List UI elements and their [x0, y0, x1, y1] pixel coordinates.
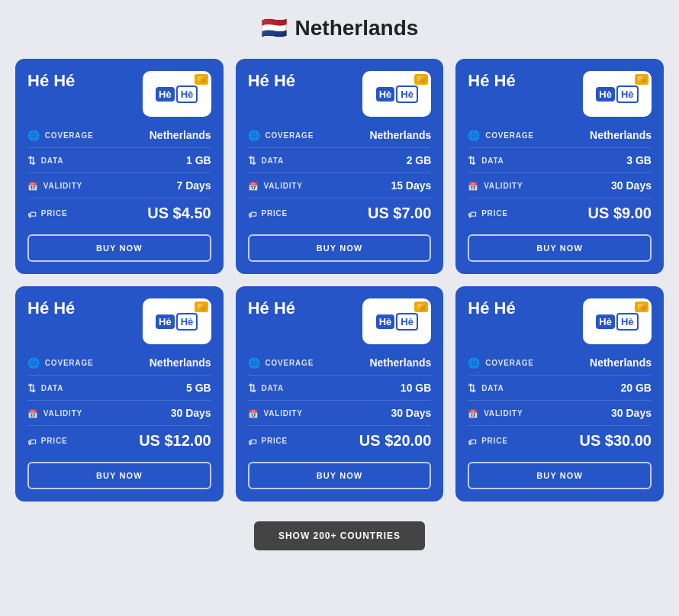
- logo-he-outline: Hè: [396, 85, 418, 103]
- globe-icon: [468, 356, 481, 369]
- globe-icon: [27, 356, 40, 369]
- validity-label: VALIDITY: [27, 407, 82, 419]
- buy-now-button[interactable]: BUY NOW: [468, 462, 652, 489]
- card-rows: COVERAGE Netherlands DATA 5 GB VALIDITY: [27, 356, 211, 450]
- sim-chip-icon: [414, 74, 428, 85]
- card-5: Hé Hé Hè Hè COVERAGE Netherlands: [236, 286, 444, 502]
- buy-now-button[interactable]: BUY NOW: [27, 234, 211, 262]
- coverage-value: Netherlands: [150, 356, 211, 369]
- card-rows: COVERAGE Netherlands DATA 2 GB VALIDITY: [248, 129, 432, 222]
- buy-now-button[interactable]: BUY NOW: [248, 462, 432, 489]
- card-title: Hé Hé: [468, 298, 515, 318]
- validity-row: VALIDITY 30 Days: [468, 179, 652, 198]
- card-logo: Hè Hè: [362, 298, 431, 344]
- logo-he-outline: Hè: [616, 85, 639, 103]
- calendar-icon: [468, 407, 479, 419]
- card-6: Hé Hé Hè Hè COVERAGE Netherlands: [455, 286, 664, 502]
- coverage-row: COVERAGE Netherlands: [27, 129, 211, 148]
- card-2: Hé Hé Hè Hè COVERAGE Netherlands: [236, 59, 444, 274]
- coverage-label: COVERAGE: [468, 129, 533, 141]
- logo-he-filled: Hè: [376, 87, 395, 102]
- price-label: PRICE: [27, 208, 67, 220]
- validity-label: VALIDITY: [468, 179, 523, 192]
- logo-text: Hè Hè: [156, 313, 198, 331]
- logo-he-outline: Hè: [176, 313, 198, 331]
- card-header: Hé Hé Hè Hè: [27, 71, 211, 117]
- card-logo: Hè Hè: [583, 298, 652, 344]
- card-header: Hé Hé Hè Hè: [468, 298, 652, 344]
- buy-now-button[interactable]: BUY NOW: [248, 234, 432, 262]
- calendar-icon: [27, 179, 39, 192]
- sim-chip-icon: [195, 74, 208, 85]
- price-row: PRICE US $30.00: [468, 432, 652, 450]
- coverage-row: COVERAGE Netherlands: [27, 356, 211, 376]
- coverage-label: COVERAGE: [27, 356, 93, 369]
- logo-he-filled: Hè: [596, 314, 615, 329]
- cards-grid: Hé Hé Hè Hè COVERAGE Netherlands: [15, 59, 664, 502]
- data-value: 3 GB: [626, 154, 652, 166]
- data-value: 1 GB: [186, 154, 211, 166]
- card-logo: Hè Hè: [362, 71, 431, 117]
- validity-label: VALIDITY: [468, 407, 523, 419]
- calendar-icon: [27, 407, 39, 419]
- logo-he-filled: Hè: [156, 87, 175, 102]
- coverage-label: COVERAGE: [27, 129, 93, 141]
- price-row: PRICE US $4.50: [27, 205, 211, 222]
- logo-text: Hè Hè: [376, 313, 418, 331]
- card-rows: COVERAGE Netherlands DATA 10 GB VALIDITY: [248, 356, 432, 450]
- validity-row: VALIDITY 30 Days: [468, 407, 652, 426]
- coverage-value: Netherlands: [369, 356, 431, 369]
- validity-value: 7 Days: [177, 179, 211, 192]
- calendar-icon: [248, 179, 259, 192]
- logo-he-outline: Hè: [176, 85, 198, 103]
- price-row: PRICE US $7.00: [248, 205, 432, 222]
- sim-chip-icon: [635, 302, 648, 312]
- price-value: US $20.00: [359, 432, 432, 450]
- validity-label: VALIDITY: [248, 179, 303, 192]
- logo-text: Hè Hè: [596, 85, 638, 103]
- data-label: DATA: [468, 154, 504, 166]
- globe-icon: [468, 129, 481, 141]
- price-value: US $7.00: [368, 205, 431, 222]
- validity-label: VALIDITY: [248, 407, 303, 419]
- data-label: DATA: [27, 154, 63, 166]
- validity-row: VALIDITY 30 Days: [27, 407, 211, 426]
- coverage-row: COVERAGE Netherlands: [468, 356, 652, 376]
- validity-row: VALIDITY 30 Days: [248, 407, 432, 426]
- price-label: PRICE: [27, 435, 67, 447]
- price-label: PRICE: [248, 208, 288, 220]
- data-value: 2 GB: [407, 154, 432, 166]
- sim-chip-icon: [414, 302, 428, 312]
- coverage-value: Netherlands: [150, 129, 211, 141]
- price-label: PRICE: [248, 435, 288, 447]
- data-icon: [468, 154, 477, 166]
- coverage-value: Netherlands: [590, 129, 652, 141]
- card-title: Hé Hé: [468, 71, 515, 91]
- data-label: DATA: [27, 382, 63, 394]
- data-icon: [248, 382, 257, 394]
- data-label: DATA: [468, 382, 504, 394]
- buy-now-button[interactable]: BUY NOW: [468, 234, 652, 262]
- validity-value: 30 Days: [611, 407, 652, 419]
- buy-now-button[interactable]: BUY NOW: [27, 462, 211, 489]
- tag-icon: [468, 208, 477, 220]
- show-more-button[interactable]: SHOW 200+ COUNTRIES: [254, 521, 425, 550]
- data-row: DATA 1 GB: [27, 154, 211, 173]
- flag-icon: 🇳🇱: [261, 15, 288, 40]
- validity-row: VALIDITY 15 Days: [248, 179, 432, 198]
- price-value: US $4.50: [147, 205, 211, 222]
- price-value: US $9.00: [588, 205, 652, 222]
- data-row: DATA 5 GB: [27, 382, 211, 401]
- logo-text: Hè Hè: [596, 313, 638, 331]
- card-3: Hé Hé Hè Hè COVERAGE Netherlands: [455, 59, 664, 274]
- card-header: Hé Hé Hè Hè: [468, 71, 652, 117]
- data-label: DATA: [248, 382, 284, 394]
- card-header: Hé Hé Hè Hè: [248, 298, 432, 344]
- coverage-row: COVERAGE Netherlands: [248, 129, 432, 148]
- globe-icon: [248, 356, 261, 369]
- coverage-label: COVERAGE: [248, 356, 314, 369]
- logo-text: Hè Hè: [156, 85, 198, 103]
- price-row: PRICE US $9.00: [468, 205, 652, 222]
- data-icon: [468, 382, 477, 394]
- card-title: Hé Hé: [27, 298, 75, 318]
